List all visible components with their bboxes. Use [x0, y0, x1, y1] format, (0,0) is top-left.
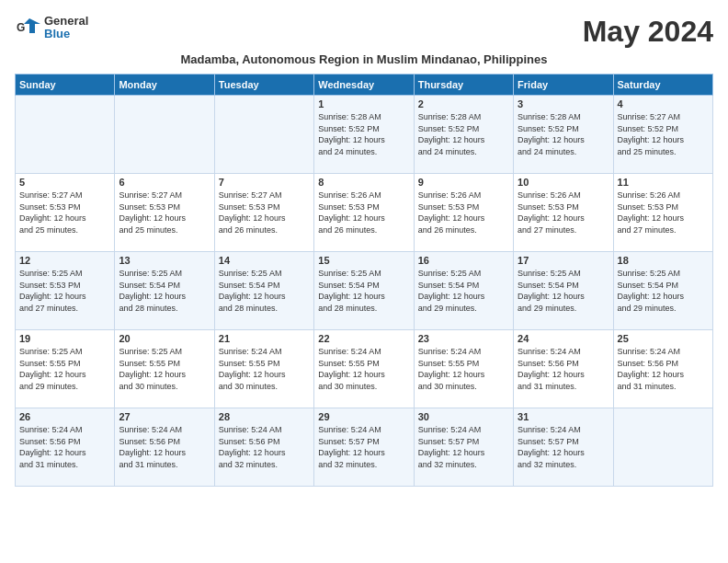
month-title: May 2024	[583, 15, 713, 49]
calendar-cell: 26Sunrise: 5:24 AM Sunset: 5:56 PM Dayli…	[16, 408, 115, 487]
day-info: Sunrise: 5:25 AM Sunset: 5:55 PM Dayligh…	[19, 346, 110, 392]
calendar-cell: 10Sunrise: 5:26 AM Sunset: 5:53 PM Dayli…	[514, 174, 613, 252]
day-info: Sunrise: 5:25 AM Sunset: 5:54 PM Dayligh…	[618, 268, 709, 314]
day-number: 28	[219, 411, 310, 422]
day-info: Sunrise: 5:25 AM Sunset: 5:53 PM Dayligh…	[19, 268, 110, 314]
calendar-week-row: 19Sunrise: 5:25 AM Sunset: 5:55 PM Dayli…	[16, 330, 713, 408]
calendar-week-row: 5Sunrise: 5:27 AM Sunset: 5:53 PM Daylig…	[16, 174, 713, 252]
day-info: Sunrise: 5:25 AM Sunset: 5:54 PM Dayligh…	[219, 268, 310, 314]
day-number: 19	[19, 333, 110, 344]
calendar-cell: 11Sunrise: 5:26 AM Sunset: 5:53 PM Dayli…	[613, 174, 712, 252]
column-header-wednesday: Wednesday	[314, 75, 414, 96]
day-info: Sunrise: 5:28 AM Sunset: 5:52 PM Dayligh…	[518, 111, 609, 157]
day-number: 20	[119, 333, 210, 344]
calendar-cell: 16Sunrise: 5:25 AM Sunset: 5:54 PM Dayli…	[414, 252, 513, 330]
day-number: 31	[518, 411, 609, 422]
day-number: 15	[318, 255, 409, 266]
day-number: 18	[618, 255, 709, 266]
column-header-saturday: Saturday	[613, 75, 712, 96]
day-info: Sunrise: 5:26 AM Sunset: 5:53 PM Dayligh…	[618, 190, 709, 236]
day-info: Sunrise: 5:24 AM Sunset: 5:55 PM Dayligh…	[418, 346, 509, 392]
svg-text:G: G	[17, 21, 25, 34]
day-number: 9	[418, 177, 509, 188]
logo-icon: G	[15, 15, 40, 40]
calendar-cell: 15Sunrise: 5:25 AM Sunset: 5:54 PM Dayli…	[314, 252, 414, 330]
calendar-cell	[613, 408, 712, 487]
calendar-header-row: SundayMondayTuesdayWednesdayThursdayFrid…	[16, 75, 713, 96]
calendar-cell: 6Sunrise: 5:27 AM Sunset: 5:53 PM Daylig…	[115, 174, 214, 252]
column-header-sunday: Sunday	[16, 75, 115, 96]
day-info: Sunrise: 5:24 AM Sunset: 5:56 PM Dayligh…	[19, 424, 110, 470]
calendar-cell: 17Sunrise: 5:25 AM Sunset: 5:54 PM Dayli…	[514, 252, 613, 330]
svg-marker-1	[24, 18, 40, 33]
calendar-cell: 9Sunrise: 5:26 AM Sunset: 5:53 PM Daylig…	[414, 174, 513, 252]
subtitle: Madamba, Autonomous Region in Muslim Min…	[15, 52, 713, 66]
calendar-cell: 30Sunrise: 5:24 AM Sunset: 5:57 PM Dayli…	[414, 408, 513, 487]
day-number: 6	[119, 177, 210, 188]
day-info: Sunrise: 5:24 AM Sunset: 5:57 PM Dayligh…	[318, 424, 409, 470]
day-info: Sunrise: 5:27 AM Sunset: 5:52 PM Dayligh…	[618, 111, 709, 157]
calendar-cell: 28Sunrise: 5:24 AM Sunset: 5:56 PM Dayli…	[214, 408, 313, 487]
day-number: 13	[119, 255, 210, 266]
calendar-cell: 29Sunrise: 5:24 AM Sunset: 5:57 PM Dayli…	[314, 408, 414, 487]
day-info: Sunrise: 5:24 AM Sunset: 5:55 PM Dayligh…	[219, 346, 310, 392]
calendar-cell: 12Sunrise: 5:25 AM Sunset: 5:53 PM Dayli…	[16, 252, 115, 330]
calendar-cell	[214, 96, 313, 174]
day-number: 12	[19, 255, 110, 266]
day-number: 23	[418, 333, 509, 344]
day-info: Sunrise: 5:26 AM Sunset: 5:53 PM Dayligh…	[518, 190, 609, 236]
day-number: 17	[518, 255, 609, 266]
day-info: Sunrise: 5:24 AM Sunset: 5:56 PM Dayligh…	[518, 346, 609, 392]
day-number: 8	[318, 177, 409, 188]
calendar-cell: 13Sunrise: 5:25 AM Sunset: 5:54 PM Dayli…	[115, 252, 214, 330]
day-info: Sunrise: 5:24 AM Sunset: 5:57 PM Dayligh…	[418, 424, 509, 470]
calendar-week-row: 12Sunrise: 5:25 AM Sunset: 5:53 PM Dayli…	[16, 252, 713, 330]
day-info: Sunrise: 5:27 AM Sunset: 5:53 PM Dayligh…	[219, 190, 310, 236]
day-info: Sunrise: 5:24 AM Sunset: 5:57 PM Dayligh…	[518, 424, 609, 470]
calendar-cell	[16, 96, 115, 174]
day-info: Sunrise: 5:25 AM Sunset: 5:54 PM Dayligh…	[518, 268, 609, 314]
column-header-thursday: Thursday	[414, 75, 513, 96]
day-number: 11	[618, 177, 709, 188]
logo: G General Blue	[15, 15, 88, 41]
calendar-cell: 22Sunrise: 5:24 AM Sunset: 5:55 PM Dayli…	[314, 330, 414, 408]
day-number: 24	[518, 333, 609, 344]
calendar-cell: 3Sunrise: 5:28 AM Sunset: 5:52 PM Daylig…	[514, 96, 613, 174]
day-info: Sunrise: 5:25 AM Sunset: 5:54 PM Dayligh…	[418, 268, 509, 314]
day-info: Sunrise: 5:26 AM Sunset: 5:53 PM Dayligh…	[418, 190, 509, 236]
calendar-cell: 31Sunrise: 5:24 AM Sunset: 5:57 PM Dayli…	[514, 408, 613, 487]
day-number: 22	[318, 333, 409, 344]
day-info: Sunrise: 5:25 AM Sunset: 5:54 PM Dayligh…	[318, 268, 409, 314]
day-info: Sunrise: 5:25 AM Sunset: 5:55 PM Dayligh…	[119, 346, 210, 392]
calendar-cell: 20Sunrise: 5:25 AM Sunset: 5:55 PM Dayli…	[115, 330, 214, 408]
day-info: Sunrise: 5:24 AM Sunset: 5:56 PM Dayligh…	[618, 346, 709, 392]
column-header-tuesday: Tuesday	[214, 75, 313, 96]
day-number: 29	[318, 411, 409, 422]
calendar-cell: 8Sunrise: 5:26 AM Sunset: 5:53 PM Daylig…	[314, 174, 414, 252]
page-header: G General Blue May 2024	[15, 15, 713, 49]
calendar-cell: 23Sunrise: 5:24 AM Sunset: 5:55 PM Dayli…	[414, 330, 513, 408]
calendar-cell: 18Sunrise: 5:25 AM Sunset: 5:54 PM Dayli…	[613, 252, 712, 330]
logo-text: General Blue	[44, 15, 88, 41]
calendar-table: SundayMondayTuesdayWednesdayThursdayFrid…	[15, 74, 713, 487]
day-number: 30	[418, 411, 509, 422]
day-info: Sunrise: 5:24 AM Sunset: 5:56 PM Dayligh…	[219, 424, 310, 470]
day-number: 7	[219, 177, 310, 188]
calendar-cell: 14Sunrise: 5:25 AM Sunset: 5:54 PM Dayli…	[214, 252, 313, 330]
calendar-cell: 1Sunrise: 5:28 AM Sunset: 5:52 PM Daylig…	[314, 96, 414, 174]
day-number: 3	[518, 98, 609, 109]
day-number: 10	[518, 177, 609, 188]
calendar-week-row: 1Sunrise: 5:28 AM Sunset: 5:52 PM Daylig…	[16, 96, 713, 174]
day-info: Sunrise: 5:27 AM Sunset: 5:53 PM Dayligh…	[119, 190, 210, 236]
calendar-cell: 21Sunrise: 5:24 AM Sunset: 5:55 PM Dayli…	[214, 330, 313, 408]
day-number: 2	[418, 98, 509, 109]
column-header-friday: Friday	[514, 75, 613, 96]
column-header-monday: Monday	[115, 75, 214, 96]
calendar-cell: 19Sunrise: 5:25 AM Sunset: 5:55 PM Dayli…	[16, 330, 115, 408]
calendar-week-row: 26Sunrise: 5:24 AM Sunset: 5:56 PM Dayli…	[16, 408, 713, 487]
calendar-cell: 4Sunrise: 5:27 AM Sunset: 5:52 PM Daylig…	[613, 96, 712, 174]
logo-general-text: General	[44, 15, 88, 28]
day-number: 26	[19, 411, 110, 422]
calendar-cell: 24Sunrise: 5:24 AM Sunset: 5:56 PM Dayli…	[514, 330, 613, 408]
day-info: Sunrise: 5:28 AM Sunset: 5:52 PM Dayligh…	[418, 111, 509, 157]
